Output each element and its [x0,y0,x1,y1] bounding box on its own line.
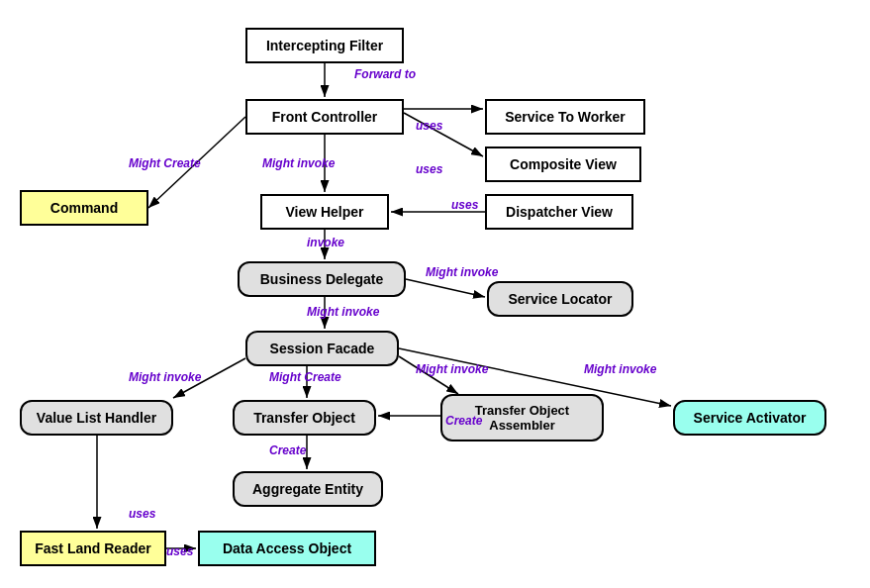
fast-land-reader-node: Fast Land Reader [20,531,166,566]
service-locator-node: Service Locator [487,281,633,317]
label-might-invoke-5: Might invoke [416,362,488,376]
view-helper-node: View Helper [260,194,389,230]
intercepting-filter-node: Intercepting Filter [245,28,404,63]
label-might-invoke-6: Might invoke [584,362,656,376]
label-uses-1: uses [416,119,442,133]
value-list-handler-node: Value List Handler [20,400,173,436]
label-uses-2: uses [416,162,442,176]
label-uses-4: uses [129,507,155,521]
label-might-invoke-4: Might invoke [129,370,201,384]
label-might-invoke-1: Might invoke [262,156,335,170]
label-might-invoke-3: Might invoke [307,305,379,319]
dispatcher-view-node: Dispatcher View [485,194,633,230]
session-facade-node: Session Facade [245,331,399,366]
label-forward-to: Forward to [354,67,416,81]
diagram-container: Intercepting Filter Front Controller Ser… [0,0,870,588]
business-delegate-node: Business Delegate [238,261,406,297]
svg-line-9 [406,279,485,297]
front-controller-node: Front Controller [245,99,404,135]
label-uses-3: uses [451,198,478,212]
label-invoke: invoke [307,236,344,249]
command-node: Command [20,190,148,226]
composite-view-node: Composite View [485,147,641,182]
label-uses-5: uses [166,544,193,558]
transfer-object-node: Transfer Object [233,400,376,436]
data-access-object-node: Data Access Object [198,531,376,566]
label-create-1: Create [445,414,482,428]
label-might-invoke-2: Might invoke [426,265,498,279]
label-might-create-1: Might Create [129,156,201,170]
arrows-svg [0,0,870,588]
aggregate-entity-node: Aggregate Entity [233,471,383,507]
service-activator-node: Service Activator [673,400,826,436]
service-to-worker-node: Service To Worker [485,99,645,135]
label-create-2: Create [269,443,306,457]
label-might-create-2: Might Create [269,370,341,384]
